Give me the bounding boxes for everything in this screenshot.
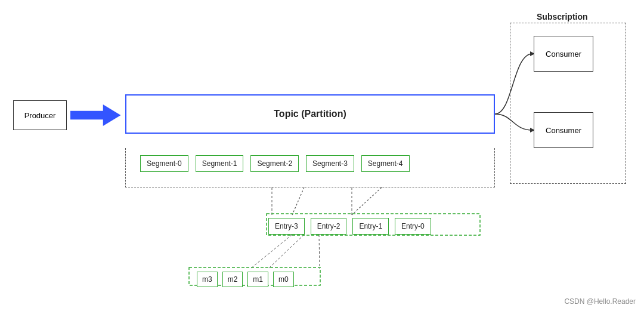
segment-2: Segment-2: [250, 155, 299, 172]
entries-row: Entry-3 Entry-2 Entry-1 Entry-0: [268, 218, 431, 235]
message-m2: m2: [222, 272, 243, 287]
dashed-to-msg2: [268, 235, 304, 269]
message-m1: m1: [247, 272, 268, 287]
watermark: CSDN @Hello.Reader: [564, 297, 636, 306]
consumer-1-label: Consumer: [546, 50, 581, 59]
entry-0: Entry-0: [395, 218, 431, 235]
message-m3: m3: [197, 272, 218, 287]
topic-label: Topic (Partition): [274, 109, 346, 119]
producer-arrow: [69, 103, 122, 127]
segment-3: Segment-3: [306, 155, 354, 172]
diagram-container: Producer Topic (Partition) Segment-0 Seg…: [0, 0, 644, 314]
arrow-shape: [70, 104, 121, 126]
entry-1: Entry-1: [352, 218, 389, 235]
producer-label: Producer: [24, 111, 56, 120]
producer-box: Producer: [13, 100, 67, 130]
segment-4: Segment-4: [361, 155, 410, 172]
messages-row: m3 m2 m1 m0: [197, 272, 294, 287]
consumer-2-label: Consumer: [546, 126, 581, 135]
dotted-diagonal2: [352, 187, 382, 215]
message-m0: m0: [273, 272, 294, 287]
consumer-box-1: Consumer: [534, 36, 593, 72]
dotted-diagonal1: [292, 187, 304, 215]
entry-3: Entry-3: [268, 218, 305, 235]
segment-1: Segment-1: [196, 155, 244, 172]
dashed-to-msg1: [250, 235, 292, 269]
entry-2: Entry-2: [311, 218, 347, 235]
segment-0: Segment-0: [140, 155, 188, 172]
dashed-to-msg3: [319, 235, 320, 269]
subscription-label: Subscription: [537, 12, 588, 21]
segments-row: Segment-0 Segment-1 Segment-2 Segment-3 …: [140, 155, 410, 172]
topic-box: Topic (Partition): [125, 94, 495, 134]
consumer-box-2: Consumer: [534, 112, 593, 148]
